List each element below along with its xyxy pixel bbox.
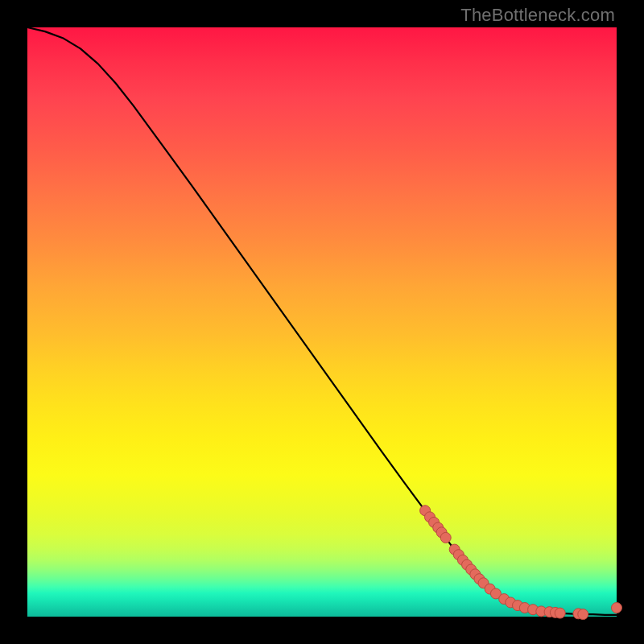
data-dot	[578, 609, 588, 620]
chart-frame: TheBottleneck.com	[0, 0, 644, 644]
watermark-text: TheBottleneck.com	[460, 5, 615, 26]
data-dot	[612, 603, 622, 613]
chart-overlay	[27, 27, 617, 617]
data-dot	[440, 532, 451, 543]
data-dots	[420, 506, 622, 620]
data-dot	[555, 608, 565, 618]
curve-line	[27, 27, 617, 615]
